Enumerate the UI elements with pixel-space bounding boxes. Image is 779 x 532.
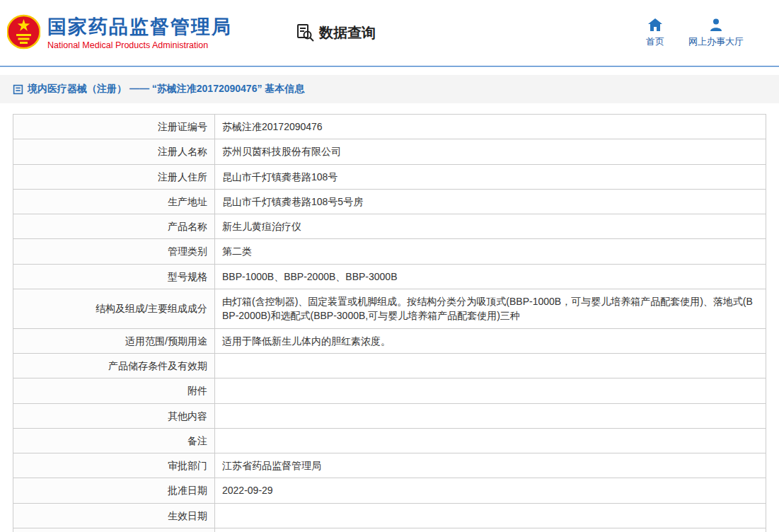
logo-text: 国家药品监督管理局 National Medical Products Admi…	[47, 16, 232, 50]
table-row: 适用范围/预期用途适用于降低新生儿体内的胆红素浓度。	[13, 328, 766, 353]
row-value: 昆山市千灯镇龚巷路108号	[215, 164, 766, 189]
table-row: 备注	[13, 428, 766, 453]
table-row: 结构及组成/主要组成成分由灯箱(含控制器)、固定装置或机脚组成。按结构分类分为吸…	[13, 289, 766, 329]
table-row: 生产地址昆山市千灯镇龚巷路108号5号房	[13, 189, 766, 214]
table-row: 产品名称新生儿黄疸治疗仪	[13, 214, 766, 239]
row-label: 管理类别	[13, 239, 215, 264]
row-value: 2022-09-29	[215, 478, 766, 503]
row-value: 适用于降低新生儿体内的胆红素浓度。	[215, 328, 766, 353]
data-query-nav[interactable]: 数据查询	[296, 23, 376, 42]
table-row: 注册人名称苏州贝茵科技股份有限公司	[13, 139, 766, 164]
breadcrumb-text: 境内医疗器械（注册） —— “苏械注准20172090476” 基本信息	[28, 83, 304, 96]
row-label: 产品储存条件及有效期	[13, 353, 215, 378]
row-value: 苏州贝茵科技股份有限公司	[215, 139, 766, 164]
table-row: 有效期至2027-04-05	[13, 528, 766, 532]
data-query-icon	[296, 23, 315, 42]
row-label: 有效期至	[13, 528, 215, 532]
row-value: 第二类	[215, 239, 766, 264]
table-row: 审批部门江苏省药品监督管理局	[13, 453, 766, 478]
info-table: 注册证编号苏械注准20172090476注册人名称苏州贝茵科技股份有限公司注册人…	[13, 114, 766, 532]
table-row: 管理类别第二类	[13, 239, 766, 264]
row-label: 产品名称	[13, 214, 215, 239]
row-value	[215, 353, 766, 378]
breadcrumb: 境内医疗器械（注册） —— “苏械注准20172090476” 基本信息	[0, 75, 779, 103]
row-label: 结构及组成/主要组成成分	[13, 289, 215, 329]
row-label: 生效日期	[13, 503, 215, 528]
row-label: 附件	[13, 378, 215, 403]
row-label: 其他内容	[13, 403, 215, 428]
table-row: 注册证编号苏械注准20172090476	[13, 115, 766, 139]
row-label: 注册人住所	[13, 164, 215, 189]
table-row: 附件	[13, 378, 766, 403]
table-row: 生效日期	[13, 503, 766, 528]
row-label: 注册证编号	[13, 115, 215, 139]
info-table-body: 注册证编号苏械注准20172090476注册人名称苏州贝茵科技股份有限公司注册人…	[13, 115, 766, 532]
national-emblem-icon	[7, 13, 40, 54]
data-query-label: 数据查询	[319, 23, 376, 42]
nav-service-hall-label: 网上办事大厅	[688, 35, 744, 48]
user-icon	[709, 18, 723, 31]
row-value: 2027-04-05	[215, 528, 766, 532]
row-label: 型号规格	[13, 264, 215, 289]
row-value: 昆山市千灯镇龚巷路108号5号房	[215, 189, 766, 214]
nav-service-hall[interactable]: 网上办事大厅	[688, 18, 744, 48]
nav-home[interactable]: 首页	[646, 18, 664, 48]
nav-home-label: 首页	[646, 35, 664, 48]
table-row: 批准日期2022-09-29	[13, 478, 766, 503]
table-row: 注册人住所昆山市千灯镇龚巷路108号	[13, 164, 766, 189]
row-label: 适用范围/预期用途	[13, 328, 215, 353]
row-value: 苏械注准20172090476	[215, 115, 766, 139]
row-label: 注册人名称	[13, 139, 215, 164]
table-row: 型号规格BBP-1000B、BBP-2000B、BBP-3000B	[13, 264, 766, 289]
row-value	[215, 403, 766, 428]
nmpa-logo[interactable]: 国家药品监督管理局 National Medical Products Admi…	[7, 13, 232, 54]
row-label: 审批部门	[13, 453, 215, 478]
home-icon	[648, 18, 662, 31]
row-value: BBP-1000B、BBP-2000B、BBP-3000B	[215, 264, 766, 289]
row-value: 新生儿黄疸治疗仪	[215, 214, 766, 239]
row-label: 批准日期	[13, 478, 215, 503]
top-nav: 首页 网上办事大厅	[646, 18, 744, 48]
org-name-en: National Medical Products Administration	[47, 40, 232, 50]
row-value: 由灯箱(含控制器)、固定装置或机脚组成。按结构分类分为吸顶式(BBP-1000B…	[215, 289, 766, 329]
registration-icon	[13, 84, 23, 95]
table-row: 其他内容	[13, 403, 766, 428]
row-label: 备注	[13, 428, 215, 453]
row-value: 江苏省药品监督管理局	[215, 453, 766, 478]
row-value	[215, 503, 766, 528]
org-name-cn: 国家药品监督管理局	[47, 16, 232, 38]
header-divider	[0, 66, 779, 67]
row-value	[215, 378, 766, 403]
row-value	[215, 428, 766, 453]
site-header: 国家药品监督管理局 National Medical Products Admi…	[0, 0, 779, 66]
table-row: 产品储存条件及有效期	[13, 353, 766, 378]
row-label: 生产地址	[13, 189, 215, 214]
